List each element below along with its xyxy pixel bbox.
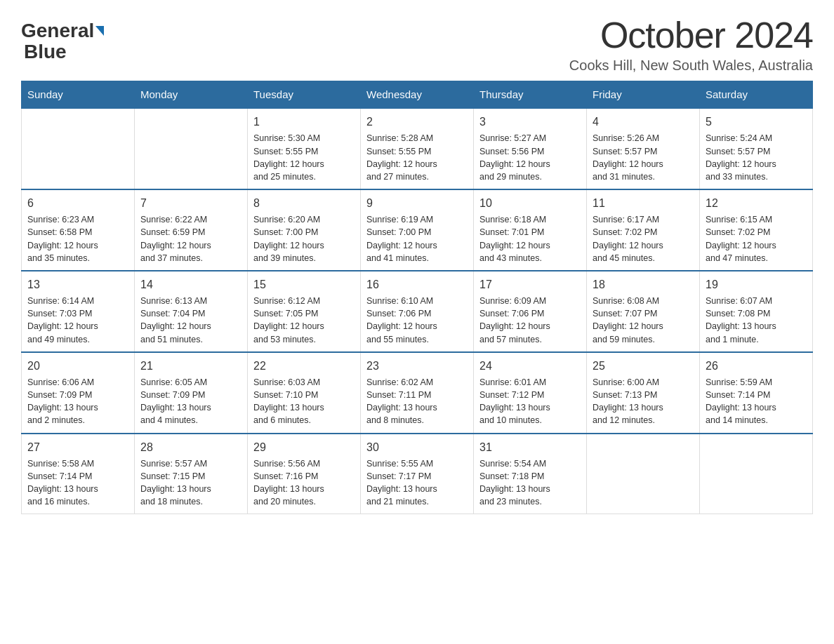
day-number: 25	[593, 358, 694, 374]
calendar-cell: 5Sunrise: 5:24 AM Sunset: 5:57 PM Daylig…	[700, 108, 813, 189]
calendar-cell	[22, 108, 135, 189]
calendar-cell	[587, 434, 700, 514]
day-info: Sunrise: 6:20 AM Sunset: 7:00 PM Dayligh…	[253, 213, 355, 264]
day-info: Sunrise: 6:13 AM Sunset: 7:04 PM Dayligh…	[140, 295, 241, 346]
calendar-cell: 23Sunrise: 6:02 AM Sunset: 7:11 PM Dayli…	[361, 352, 474, 434]
calendar-cell: 20Sunrise: 6:06 AM Sunset: 7:09 PM Dayli…	[22, 352, 135, 434]
day-number: 18	[593, 277, 694, 293]
day-info: Sunrise: 6:08 AM Sunset: 7:07 PM Dayligh…	[593, 295, 694, 346]
day-info: Sunrise: 6:19 AM Sunset: 7:00 PM Dayligh…	[366, 213, 468, 264]
day-number: 6	[27, 196, 128, 211]
day-number: 14	[140, 277, 241, 293]
day-number: 31	[479, 440, 581, 455]
calendar-table: SundayMondayTuesdayWednesdayThursdayFrid…	[21, 81, 813, 514]
day-number: 12	[706, 196, 807, 211]
day-number: 29	[253, 440, 355, 455]
day-info: Sunrise: 6:01 AM Sunset: 7:12 PM Dayligh…	[479, 376, 581, 427]
day-info: Sunrise: 5:28 AM Sunset: 5:55 PM Dayligh…	[366, 132, 468, 183]
calendar-cell: 6Sunrise: 6:23 AM Sunset: 6:58 PM Daylig…	[22, 189, 135, 271]
calendar-cell: 3Sunrise: 5:27 AM Sunset: 5:56 PM Daylig…	[474, 108, 587, 189]
day-info: Sunrise: 6:18 AM Sunset: 7:01 PM Dayligh…	[479, 213, 581, 264]
calendar-cell	[135, 108, 248, 189]
calendar-cell: 11Sunrise: 6:17 AM Sunset: 7:02 PM Dayli…	[587, 189, 700, 271]
calendar-header-monday: Monday	[135, 81, 248, 109]
day-info: Sunrise: 6:05 AM Sunset: 7:09 PM Dayligh…	[140, 376, 241, 427]
page-header: General Blue October 2024 Cooks Hill, Ne…	[21, 14, 813, 74]
day-info: Sunrise: 6:14 AM Sunset: 7:03 PM Dayligh…	[27, 295, 128, 346]
day-number: 3	[479, 114, 581, 130]
main-title: October 2024	[569, 14, 813, 56]
day-number: 23	[366, 358, 468, 374]
day-info: Sunrise: 6:17 AM Sunset: 7:02 PM Dayligh…	[593, 213, 694, 264]
calendar-cell: 21Sunrise: 6:05 AM Sunset: 7:09 PM Dayli…	[135, 352, 248, 434]
calendar-cell: 14Sunrise: 6:13 AM Sunset: 7:04 PM Dayli…	[135, 271, 248, 352]
calendar-cell: 27Sunrise: 5:58 AM Sunset: 7:14 PM Dayli…	[22, 434, 135, 514]
day-number: 28	[140, 440, 241, 455]
day-number: 19	[706, 277, 807, 293]
calendar-cell: 7Sunrise: 6:22 AM Sunset: 6:59 PM Daylig…	[135, 189, 248, 271]
day-number: 4	[593, 114, 694, 130]
day-number: 21	[140, 358, 241, 374]
day-info: Sunrise: 6:03 AM Sunset: 7:10 PM Dayligh…	[253, 376, 355, 427]
calendar-cell: 12Sunrise: 6:15 AM Sunset: 7:02 PM Dayli…	[700, 189, 813, 271]
calendar-week-row: 13Sunrise: 6:14 AM Sunset: 7:03 PM Dayli…	[22, 271, 813, 352]
day-info: Sunrise: 5:58 AM Sunset: 7:14 PM Dayligh…	[27, 457, 128, 509]
day-info: Sunrise: 6:07 AM Sunset: 7:08 PM Dayligh…	[706, 295, 807, 346]
day-number: 22	[253, 358, 355, 374]
day-number: 16	[366, 277, 468, 293]
day-number: 8	[253, 196, 355, 211]
day-info: Sunrise: 6:02 AM Sunset: 7:11 PM Dayligh…	[366, 376, 468, 427]
day-info: Sunrise: 5:55 AM Sunset: 7:17 PM Dayligh…	[366, 457, 468, 509]
calendar-cell: 25Sunrise: 6:00 AM Sunset: 7:13 PM Dayli…	[587, 352, 700, 434]
calendar-cell: 26Sunrise: 5:59 AM Sunset: 7:14 PM Dayli…	[700, 352, 813, 434]
title-section: October 2024 Cooks Hill, New South Wales…	[569, 14, 813, 74]
day-number: 2	[366, 114, 468, 130]
day-info: Sunrise: 6:09 AM Sunset: 7:06 PM Dayligh…	[479, 295, 581, 346]
logo-triangle-icon	[95, 26, 104, 36]
day-info: Sunrise: 5:27 AM Sunset: 5:56 PM Dayligh…	[479, 132, 581, 183]
day-number: 26	[706, 358, 807, 374]
calendar-cell: 17Sunrise: 6:09 AM Sunset: 7:06 PM Dayli…	[474, 271, 587, 352]
day-number: 20	[27, 358, 128, 374]
day-number: 27	[27, 440, 128, 455]
calendar-cell: 19Sunrise: 6:07 AM Sunset: 7:08 PM Dayli…	[700, 271, 813, 352]
day-info: Sunrise: 6:22 AM Sunset: 6:59 PM Dayligh…	[140, 213, 241, 264]
logo-blue: Blue	[24, 41, 67, 62]
day-info: Sunrise: 6:06 AM Sunset: 7:09 PM Dayligh…	[27, 376, 128, 427]
calendar-header-thursday: Thursday	[474, 81, 587, 109]
calendar-week-row: 1Sunrise: 5:30 AM Sunset: 5:55 PM Daylig…	[22, 108, 813, 189]
day-number: 13	[27, 277, 128, 293]
logo: General Blue	[21, 14, 104, 62]
day-number: 11	[593, 196, 694, 211]
day-info: Sunrise: 5:57 AM Sunset: 7:15 PM Dayligh…	[140, 457, 241, 509]
logo-general: General	[21, 21, 94, 41]
calendar-cell: 31Sunrise: 5:54 AM Sunset: 7:18 PM Dayli…	[474, 434, 587, 514]
calendar-header-tuesday: Tuesday	[248, 81, 361, 109]
subtitle: Cooks Hill, New South Wales, Australia	[569, 58, 813, 74]
calendar-week-row: 27Sunrise: 5:58 AM Sunset: 7:14 PM Dayli…	[22, 434, 813, 514]
calendar-cell: 10Sunrise: 6:18 AM Sunset: 7:01 PM Dayli…	[474, 189, 587, 271]
calendar-cell: 30Sunrise: 5:55 AM Sunset: 7:17 PM Dayli…	[361, 434, 474, 514]
calendar-cell	[700, 434, 813, 514]
day-number: 5	[706, 114, 807, 130]
day-info: Sunrise: 6:12 AM Sunset: 7:05 PM Dayligh…	[253, 295, 355, 346]
day-number: 9	[366, 196, 468, 211]
day-number: 15	[253, 277, 355, 293]
day-info: Sunrise: 5:56 AM Sunset: 7:16 PM Dayligh…	[253, 457, 355, 509]
calendar-header-friday: Friday	[587, 81, 700, 109]
day-number: 10	[479, 196, 581, 211]
calendar-cell: 16Sunrise: 6:10 AM Sunset: 7:06 PM Dayli…	[361, 271, 474, 352]
calendar-cell: 22Sunrise: 6:03 AM Sunset: 7:10 PM Dayli…	[248, 352, 361, 434]
calendar-week-row: 20Sunrise: 6:06 AM Sunset: 7:09 PM Dayli…	[22, 352, 813, 434]
calendar-week-row: 6Sunrise: 6:23 AM Sunset: 6:58 PM Daylig…	[22, 189, 813, 271]
calendar-cell: 13Sunrise: 6:14 AM Sunset: 7:03 PM Dayli…	[22, 271, 135, 352]
calendar-header-row: SundayMondayTuesdayWednesdayThursdayFrid…	[22, 81, 813, 109]
calendar-cell: 9Sunrise: 6:19 AM Sunset: 7:00 PM Daylig…	[361, 189, 474, 271]
day-info: Sunrise: 5:26 AM Sunset: 5:57 PM Dayligh…	[593, 132, 694, 183]
day-info: Sunrise: 6:00 AM Sunset: 7:13 PM Dayligh…	[593, 376, 694, 427]
day-number: 24	[479, 358, 581, 374]
day-number: 1	[253, 114, 355, 130]
calendar-cell: 15Sunrise: 6:12 AM Sunset: 7:05 PM Dayli…	[248, 271, 361, 352]
calendar-cell: 18Sunrise: 6:08 AM Sunset: 7:07 PM Dayli…	[587, 271, 700, 352]
day-info: Sunrise: 5:59 AM Sunset: 7:14 PM Dayligh…	[706, 376, 807, 427]
